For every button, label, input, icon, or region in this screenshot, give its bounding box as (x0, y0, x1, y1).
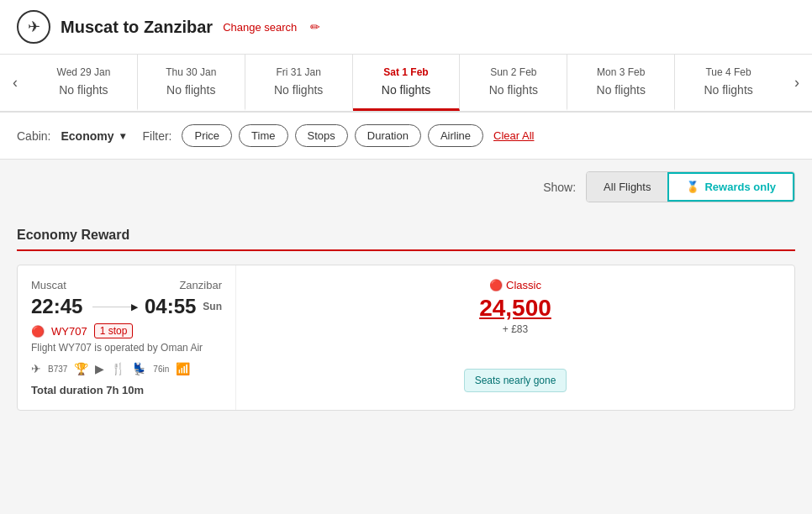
all-flights-toggle[interactable]: All Flights (587, 172, 667, 202)
trophy-icon: 🏆 (74, 362, 88, 375)
plane-icon: ✈ (31, 362, 41, 375)
logo-icon: ✈ (28, 18, 40, 36)
seat-icon: 💺 (132, 362, 146, 375)
date-label-5: Mon 3 Feb (574, 66, 667, 78)
no-flights-label-2: No flights (252, 83, 345, 97)
filter-btn-stops[interactable]: Stops (295, 124, 348, 147)
section-title: Economy Reward (17, 228, 795, 243)
flight-number-link[interactable]: WY707 (51, 325, 87, 338)
operated-by: Flight WY707 is operated by Oman Air (31, 342, 222, 354)
change-search-link[interactable]: Change search (223, 21, 297, 34)
arrive-time: 04:55 (145, 295, 196, 318)
amenities-row: ✈ B737 🏆 ▶ 🍴 💺 76in 📶 (31, 362, 222, 375)
cabin-value: Economy (61, 129, 113, 143)
origin-city: Muscat (31, 279, 66, 291)
rewards-only-toggle[interactable]: 🏅Rewards only (667, 172, 794, 202)
date-tab-2[interactable]: Fri 31 Jan No flights (245, 55, 353, 111)
date-label-6: Tue 4 Feb (682, 66, 775, 78)
classic-icon: 🔴 (489, 279, 503, 291)
date-label-3: Sat 1 Feb (360, 66, 453, 78)
depart-time: 22:45 (31, 295, 82, 318)
date-tab-0[interactable]: Wed 29 Jan No flights (30, 55, 138, 111)
date-label-2: Fri 31 Jan (252, 66, 345, 78)
prev-date-arrow[interactable]: ‹ (0, 55, 30, 111)
fare-type: 🔴 Classic (489, 279, 541, 291)
show-bar: Show: All Flights 🏅Rewards only (0, 160, 812, 214)
filter-btn-price[interactable]: Price (182, 124, 232, 147)
total-duration: Total duration 7h 10m (31, 384, 222, 396)
filter-btn-duration[interactable]: Duration (355, 124, 421, 147)
filter-btn-airline[interactable]: Airline (428, 124, 483, 147)
date-tab-4[interactable]: Sun 2 Feb No flights (460, 55, 567, 111)
date-label-4: Sun 2 Feb (467, 66, 560, 78)
route-title: Muscat to Zanzibar (61, 18, 213, 37)
seats-nearly-gone-badge[interactable]: Seats nearly gone (464, 369, 567, 392)
times-row: 22:45 ▶ 04:55 Sun (31, 295, 222, 318)
edit-icon: ✏ (310, 20, 320, 34)
no-flights-label-6: No flights (682, 83, 775, 97)
flight-meta: 🔴 WY707 1 stop (31, 323, 222, 338)
date-label-1: Thu 30 Jan (145, 66, 238, 78)
airports-row: Muscat Zanzibar (31, 279, 222, 291)
date-tabs-container: Wed 29 Jan No flights Thu 30 Jan No flig… (30, 55, 782, 111)
fare-extras: + £83 (503, 323, 528, 335)
dest-city: Zanzibar (179, 279, 222, 291)
no-flights-label-4: No flights (467, 83, 560, 97)
results-area: Economy Reward Muscat Zanzibar 22:45 ▶ 0… (0, 214, 812, 424)
no-flights-label-1: No flights (145, 83, 238, 97)
filter-buttons: PriceTimeStopsDurationAirline (182, 124, 483, 147)
date-selector: ‹ Wed 29 Jan No flights Thu 30 Jan No fl… (0, 55, 812, 113)
airline-logo: ✈ (17, 10, 50, 44)
header: ✈ Muscat to Zanzibar Change search ✏ (0, 0, 812, 55)
stop-badge[interactable]: 1 stop (94, 323, 134, 338)
filter-bar: Cabin: Economy ▾ Filter: PriceTimeStopsD… (0, 113, 812, 160)
cabin-select[interactable]: Economy ▾ (61, 129, 125, 143)
aircraft-code: B737 (48, 365, 67, 374)
seat-width: 76in (153, 365, 169, 374)
cabin-label: Cabin: (17, 129, 50, 143)
date-label-0: Wed 29 Jan (37, 66, 130, 78)
fare-price[interactable]: 24,500 (479, 295, 551, 322)
cabin-chevron-icon: ▾ (120, 130, 125, 142)
view-toggle: All Flights 🏅Rewards only (586, 171, 795, 202)
date-tab-3[interactable]: Sat 1 Feb No flights (353, 55, 461, 111)
no-flights-label-3: No flights (360, 83, 453, 97)
no-flights-label-0: No flights (37, 83, 130, 97)
date-tab-5[interactable]: Mon 3 Feb No flights (567, 55, 675, 111)
rewards-icon: 🏅 (686, 181, 699, 193)
clear-all-button[interactable]: Clear All (493, 129, 534, 142)
time-arrow-icon: ▶ (92, 307, 134, 307)
flight-card: Muscat Zanzibar 22:45 ▶ 04:55 Sun 🔴 WY70… (17, 265, 795, 411)
date-tab-1[interactable]: Thu 30 Jan No flights (138, 55, 245, 111)
video-icon: ▶ (95, 362, 104, 375)
wifi-icon: 📶 (176, 362, 190, 375)
flight-info-panel: Muscat Zanzibar 22:45 ▶ 04:55 Sun 🔴 WY70… (18, 265, 236, 410)
filter-btn-time[interactable]: Time (239, 124, 287, 147)
filter-label: Filter: (142, 129, 171, 143)
no-flights-label-5: No flights (574, 83, 667, 97)
date-tab-6[interactable]: Tue 4 Feb No flights (675, 55, 782, 111)
pricing-panel: 🔴 Classic 24,500 + £83 Seats nearly gone (236, 265, 794, 410)
meal-icon: 🍴 (111, 362, 125, 375)
next-date-arrow[interactable]: › (782, 55, 812, 111)
section-divider (17, 249, 795, 251)
show-label: Show: (543, 181, 576, 194)
arrival-day: Sun (203, 301, 222, 312)
